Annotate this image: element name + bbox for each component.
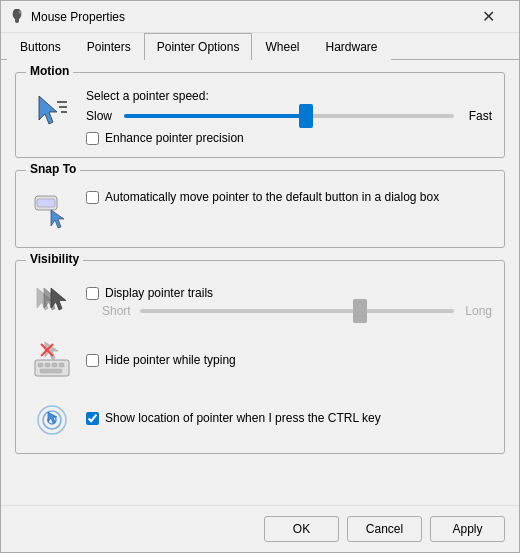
motion-controls: Select a pointer speed: Slow Fast Enhanc bbox=[86, 89, 492, 145]
svg-point-2 bbox=[19, 10, 22, 13]
hide-pointer-label: Hide pointer while typing bbox=[105, 353, 236, 367]
footer: OK Cancel Apply bbox=[1, 505, 519, 552]
trails-slider-thumb[interactable] bbox=[353, 299, 367, 323]
pointer-speed-icon bbox=[31, 92, 73, 134]
hide-pointer-row: Hide pointer while typing bbox=[28, 335, 492, 383]
tab-hardware[interactable]: Hardware bbox=[312, 33, 390, 60]
long-label: Long bbox=[462, 304, 492, 318]
hide-pointer-icon bbox=[28, 335, 76, 383]
show-location-row: Show location of pointer when I press th… bbox=[28, 393, 492, 441]
speed-slider-row: Slow Fast bbox=[86, 109, 492, 123]
fast-label: Fast bbox=[462, 109, 492, 123]
tab-wheel[interactable]: Wheel bbox=[252, 33, 312, 60]
snap-to-group: Snap To bbox=[15, 170, 505, 248]
speed-slider-fill bbox=[124, 114, 306, 118]
speed-slider-thumb[interactable] bbox=[299, 104, 313, 128]
snap-to-row: Automatically move pointer to the defaul… bbox=[28, 187, 492, 235]
motion-icon bbox=[28, 89, 76, 137]
ctrl-locate-icon bbox=[31, 396, 73, 438]
trails-checkbox-row: Display pointer trails bbox=[86, 286, 492, 300]
apply-button[interactable]: Apply bbox=[430, 516, 505, 542]
show-location-icon bbox=[28, 393, 76, 441]
keyboard-hide-icon bbox=[31, 338, 73, 380]
trails-slider-track[interactable] bbox=[140, 309, 454, 313]
snap-to-group-label: Snap To bbox=[26, 162, 80, 176]
svg-rect-14 bbox=[38, 363, 43, 367]
tab-pointers[interactable]: Pointers bbox=[74, 33, 144, 60]
trails-slider-row: Short Long bbox=[102, 304, 492, 318]
trails-label: Display pointer trails bbox=[105, 286, 213, 300]
cancel-button[interactable]: Cancel bbox=[347, 516, 422, 542]
snap-to-controls: Automatically move pointer to the defaul… bbox=[86, 187, 492, 206]
slow-label: Slow bbox=[86, 109, 116, 123]
tab-bar: Buttons Pointers Pointer Options Wheel H… bbox=[1, 33, 519, 60]
svg-rect-17 bbox=[59, 363, 64, 367]
enhance-precision-checkbox[interactable] bbox=[86, 132, 99, 145]
show-location-label: Show location of pointer when I press th… bbox=[105, 411, 381, 425]
hide-pointer-checkbox-row: Hide pointer while typing bbox=[86, 353, 492, 367]
hide-pointer-checkbox[interactable] bbox=[86, 354, 99, 367]
visibility-group-label: Visibility bbox=[26, 252, 83, 266]
svg-rect-8 bbox=[37, 199, 55, 207]
trails-checkbox[interactable] bbox=[86, 287, 99, 300]
svg-marker-3 bbox=[39, 96, 57, 124]
window-title: Mouse Properties bbox=[31, 10, 465, 24]
motion-group: Motion Select a pointer bbox=[15, 72, 505, 158]
speed-label: Select a pointer speed: bbox=[86, 89, 492, 103]
snap-to-checkbox[interactable] bbox=[86, 191, 99, 204]
svg-rect-16 bbox=[52, 363, 57, 367]
trails-icon bbox=[28, 277, 76, 325]
show-location-controls: Show location of pointer when I press th… bbox=[86, 409, 492, 425]
tab-pointer-options[interactable]: Pointer Options bbox=[144, 33, 253, 60]
svg-rect-18 bbox=[40, 369, 62, 373]
snap-to-icon bbox=[28, 187, 76, 235]
motion-group-label: Motion bbox=[26, 64, 73, 78]
mouse-properties-window: Mouse Properties ✕ Buttons Pointers Poin… bbox=[0, 0, 520, 553]
trails-slider-container: Short Long bbox=[86, 304, 492, 318]
show-location-checkbox[interactable] bbox=[86, 412, 99, 425]
tab-content: Motion Select a pointer bbox=[1, 60, 519, 505]
close-button[interactable]: ✕ bbox=[465, 1, 511, 33]
show-location-checkbox-row: Show location of pointer when I press th… bbox=[86, 411, 492, 425]
speed-slider-track[interactable] bbox=[124, 114, 454, 118]
svg-marker-9 bbox=[51, 210, 64, 228]
hide-pointer-controls: Hide pointer while typing bbox=[86, 351, 492, 367]
enhance-precision-label: Enhance pointer precision bbox=[105, 131, 244, 145]
svg-rect-1 bbox=[15, 18, 19, 23]
title-bar: Mouse Properties ✕ bbox=[1, 1, 519, 33]
tab-buttons[interactable]: Buttons bbox=[7, 33, 74, 60]
short-label: Short bbox=[102, 304, 132, 318]
trails-row: Display pointer trails Short Long bbox=[28, 277, 492, 325]
snap-to-label: Automatically move pointer to the defaul… bbox=[105, 189, 492, 206]
enhance-precision-row: Enhance pointer precision bbox=[86, 131, 492, 145]
trails-controls: Display pointer trails Short Long bbox=[86, 284, 492, 318]
svg-rect-13 bbox=[35, 360, 69, 376]
snap-cursor-icon bbox=[31, 190, 73, 232]
snap-to-checkbox-row: Automatically move pointer to the defaul… bbox=[86, 189, 492, 206]
svg-rect-15 bbox=[45, 363, 50, 367]
ok-button[interactable]: OK bbox=[264, 516, 339, 542]
pointer-trails-icon bbox=[31, 280, 73, 322]
window-icon bbox=[9, 9, 25, 25]
visibility-group: Visibility Display pointer tr bbox=[15, 260, 505, 454]
